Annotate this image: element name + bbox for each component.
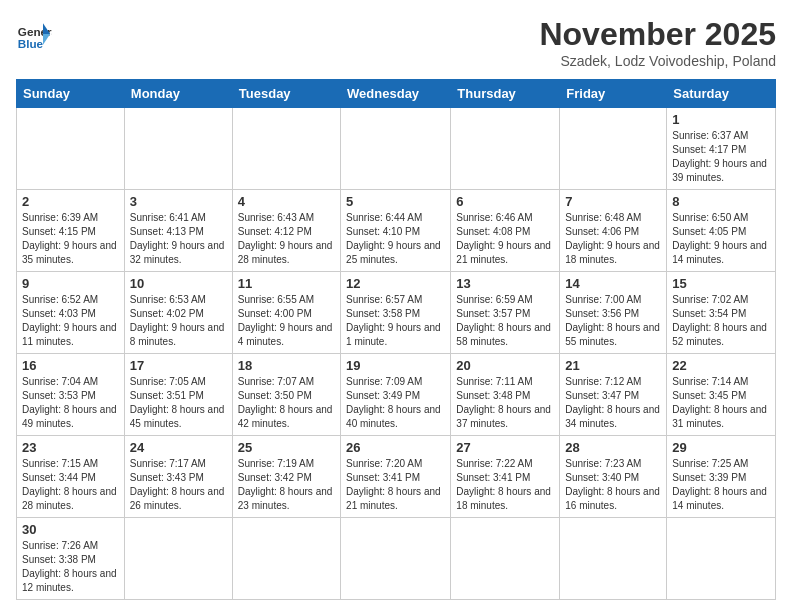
day-number: 8 bbox=[672, 194, 770, 209]
day-number: 25 bbox=[238, 440, 335, 455]
day-info: Sunrise: 6:53 AM Sunset: 4:02 PM Dayligh… bbox=[130, 293, 227, 349]
month-title: November 2025 bbox=[539, 16, 776, 53]
week-row-5: 23Sunrise: 7:15 AM Sunset: 3:44 PM Dayli… bbox=[17, 436, 776, 518]
day-info: Sunrise: 7:26 AM Sunset: 3:38 PM Dayligh… bbox=[22, 539, 119, 595]
weekday-header-saturday: Saturday bbox=[667, 80, 776, 108]
calendar-cell: 26Sunrise: 7:20 AM Sunset: 3:41 PM Dayli… bbox=[341, 436, 451, 518]
calendar-cell bbox=[667, 518, 776, 600]
calendar-cell bbox=[560, 518, 667, 600]
day-number: 7 bbox=[565, 194, 661, 209]
day-info: Sunrise: 6:52 AM Sunset: 4:03 PM Dayligh… bbox=[22, 293, 119, 349]
location-subtitle: Szadek, Lodz Voivodeship, Poland bbox=[539, 53, 776, 69]
calendar-cell: 13Sunrise: 6:59 AM Sunset: 3:57 PM Dayli… bbox=[451, 272, 560, 354]
day-number: 23 bbox=[22, 440, 119, 455]
calendar-cell bbox=[232, 518, 340, 600]
calendar-cell bbox=[232, 108, 340, 190]
day-info: Sunrise: 7:15 AM Sunset: 3:44 PM Dayligh… bbox=[22, 457, 119, 513]
day-number: 2 bbox=[22, 194, 119, 209]
day-info: Sunrise: 7:25 AM Sunset: 3:39 PM Dayligh… bbox=[672, 457, 770, 513]
day-info: Sunrise: 7:11 AM Sunset: 3:48 PM Dayligh… bbox=[456, 375, 554, 431]
day-info: Sunrise: 6:59 AM Sunset: 3:57 PM Dayligh… bbox=[456, 293, 554, 349]
day-info: Sunrise: 6:37 AM Sunset: 4:17 PM Dayligh… bbox=[672, 129, 770, 185]
calendar-cell: 24Sunrise: 7:17 AM Sunset: 3:43 PM Dayli… bbox=[124, 436, 232, 518]
day-number: 21 bbox=[565, 358, 661, 373]
day-info: Sunrise: 7:07 AM Sunset: 3:50 PM Dayligh… bbox=[238, 375, 335, 431]
day-number: 3 bbox=[130, 194, 227, 209]
day-number: 22 bbox=[672, 358, 770, 373]
day-info: Sunrise: 6:48 AM Sunset: 4:06 PM Dayligh… bbox=[565, 211, 661, 267]
weekday-header-tuesday: Tuesday bbox=[232, 80, 340, 108]
day-number: 26 bbox=[346, 440, 445, 455]
day-number: 20 bbox=[456, 358, 554, 373]
week-row-6: 30Sunrise: 7:26 AM Sunset: 3:38 PM Dayli… bbox=[17, 518, 776, 600]
calendar-cell: 10Sunrise: 6:53 AM Sunset: 4:02 PM Dayli… bbox=[124, 272, 232, 354]
calendar-cell bbox=[341, 108, 451, 190]
calendar-cell: 14Sunrise: 7:00 AM Sunset: 3:56 PM Dayli… bbox=[560, 272, 667, 354]
day-number: 11 bbox=[238, 276, 335, 291]
day-info: Sunrise: 7:19 AM Sunset: 3:42 PM Dayligh… bbox=[238, 457, 335, 513]
calendar-cell: 4Sunrise: 6:43 AM Sunset: 4:12 PM Daylig… bbox=[232, 190, 340, 272]
day-number: 15 bbox=[672, 276, 770, 291]
day-info: Sunrise: 6:57 AM Sunset: 3:58 PM Dayligh… bbox=[346, 293, 445, 349]
day-info: Sunrise: 7:09 AM Sunset: 3:49 PM Dayligh… bbox=[346, 375, 445, 431]
day-number: 17 bbox=[130, 358, 227, 373]
calendar-cell: 29Sunrise: 7:25 AM Sunset: 3:39 PM Dayli… bbox=[667, 436, 776, 518]
weekday-header-friday: Friday bbox=[560, 80, 667, 108]
calendar-cell: 6Sunrise: 6:46 AM Sunset: 4:08 PM Daylig… bbox=[451, 190, 560, 272]
day-info: Sunrise: 7:05 AM Sunset: 3:51 PM Dayligh… bbox=[130, 375, 227, 431]
svg-text:Blue: Blue bbox=[18, 37, 44, 50]
day-info: Sunrise: 6:46 AM Sunset: 4:08 PM Dayligh… bbox=[456, 211, 554, 267]
calendar-cell bbox=[451, 518, 560, 600]
calendar-cell: 16Sunrise: 7:04 AM Sunset: 3:53 PM Dayli… bbox=[17, 354, 125, 436]
day-number: 27 bbox=[456, 440, 554, 455]
week-row-3: 9Sunrise: 6:52 AM Sunset: 4:03 PM Daylig… bbox=[17, 272, 776, 354]
day-info: Sunrise: 7:14 AM Sunset: 3:45 PM Dayligh… bbox=[672, 375, 770, 431]
day-number: 5 bbox=[346, 194, 445, 209]
page-header: General Blue November 2025 Szadek, Lodz … bbox=[16, 16, 776, 69]
day-info: Sunrise: 7:20 AM Sunset: 3:41 PM Dayligh… bbox=[346, 457, 445, 513]
day-info: Sunrise: 7:02 AM Sunset: 3:54 PM Dayligh… bbox=[672, 293, 770, 349]
day-info: Sunrise: 6:41 AM Sunset: 4:13 PM Dayligh… bbox=[130, 211, 227, 267]
calendar-cell: 18Sunrise: 7:07 AM Sunset: 3:50 PM Dayli… bbox=[232, 354, 340, 436]
calendar-cell bbox=[124, 518, 232, 600]
day-number: 12 bbox=[346, 276, 445, 291]
day-info: Sunrise: 6:55 AM Sunset: 4:00 PM Dayligh… bbox=[238, 293, 335, 349]
day-info: Sunrise: 7:23 AM Sunset: 3:40 PM Dayligh… bbox=[565, 457, 661, 513]
calendar-cell: 19Sunrise: 7:09 AM Sunset: 3:49 PM Dayli… bbox=[341, 354, 451, 436]
day-number: 4 bbox=[238, 194, 335, 209]
calendar-cell: 11Sunrise: 6:55 AM Sunset: 4:00 PM Dayli… bbox=[232, 272, 340, 354]
day-info: Sunrise: 7:22 AM Sunset: 3:41 PM Dayligh… bbox=[456, 457, 554, 513]
day-info: Sunrise: 6:50 AM Sunset: 4:05 PM Dayligh… bbox=[672, 211, 770, 267]
weekday-header-thursday: Thursday bbox=[451, 80, 560, 108]
calendar-cell: 25Sunrise: 7:19 AM Sunset: 3:42 PM Dayli… bbox=[232, 436, 340, 518]
calendar-cell: 27Sunrise: 7:22 AM Sunset: 3:41 PM Dayli… bbox=[451, 436, 560, 518]
calendar-table: SundayMondayTuesdayWednesdayThursdayFrid… bbox=[16, 79, 776, 600]
day-info: Sunrise: 7:17 AM Sunset: 3:43 PM Dayligh… bbox=[130, 457, 227, 513]
day-number: 13 bbox=[456, 276, 554, 291]
calendar-cell: 5Sunrise: 6:44 AM Sunset: 4:10 PM Daylig… bbox=[341, 190, 451, 272]
weekday-header-row: SundayMondayTuesdayWednesdayThursdayFrid… bbox=[17, 80, 776, 108]
calendar-cell: 15Sunrise: 7:02 AM Sunset: 3:54 PM Dayli… bbox=[667, 272, 776, 354]
calendar-cell: 9Sunrise: 6:52 AM Sunset: 4:03 PM Daylig… bbox=[17, 272, 125, 354]
week-row-1: 1Sunrise: 6:37 AM Sunset: 4:17 PM Daylig… bbox=[17, 108, 776, 190]
calendar-cell: 1Sunrise: 6:37 AM Sunset: 4:17 PM Daylig… bbox=[667, 108, 776, 190]
day-number: 14 bbox=[565, 276, 661, 291]
logo: General Blue bbox=[16, 16, 52, 52]
weekday-header-monday: Monday bbox=[124, 80, 232, 108]
day-info: Sunrise: 7:04 AM Sunset: 3:53 PM Dayligh… bbox=[22, 375, 119, 431]
calendar-cell bbox=[560, 108, 667, 190]
day-number: 18 bbox=[238, 358, 335, 373]
day-info: Sunrise: 7:12 AM Sunset: 3:47 PM Dayligh… bbox=[565, 375, 661, 431]
calendar-cell: 30Sunrise: 7:26 AM Sunset: 3:38 PM Dayli… bbox=[17, 518, 125, 600]
calendar-cell: 21Sunrise: 7:12 AM Sunset: 3:47 PM Dayli… bbox=[560, 354, 667, 436]
calendar-cell: 12Sunrise: 6:57 AM Sunset: 3:58 PM Dayli… bbox=[341, 272, 451, 354]
day-number: 16 bbox=[22, 358, 119, 373]
day-info: Sunrise: 6:39 AM Sunset: 4:15 PM Dayligh… bbox=[22, 211, 119, 267]
calendar-cell bbox=[341, 518, 451, 600]
day-info: Sunrise: 7:00 AM Sunset: 3:56 PM Dayligh… bbox=[565, 293, 661, 349]
calendar-cell: 7Sunrise: 6:48 AM Sunset: 4:06 PM Daylig… bbox=[560, 190, 667, 272]
calendar-cell: 23Sunrise: 7:15 AM Sunset: 3:44 PM Dayli… bbox=[17, 436, 125, 518]
day-info: Sunrise: 6:43 AM Sunset: 4:12 PM Dayligh… bbox=[238, 211, 335, 267]
day-number: 29 bbox=[672, 440, 770, 455]
calendar-cell: 3Sunrise: 6:41 AM Sunset: 4:13 PM Daylig… bbox=[124, 190, 232, 272]
